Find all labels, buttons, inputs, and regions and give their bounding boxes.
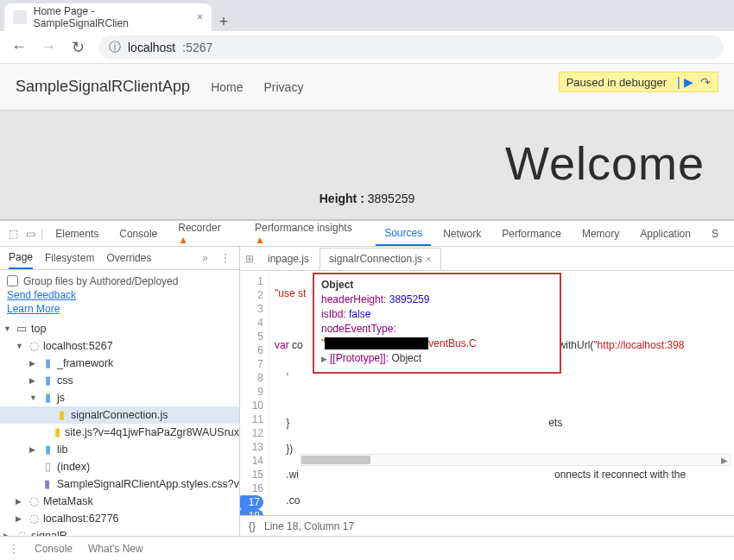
app-navbar: SampleSignalRClientApp Home Privacy Paus… bbox=[0, 64, 734, 110]
tree-host2[interactable]: ▶◌localhost:62776 bbox=[0, 510, 239, 527]
pretty-print-icon[interactable]: {} bbox=[249, 520, 256, 532]
height-line: Height : 3895259 bbox=[320, 192, 415, 205]
file-tab-signalr[interactable]: signalrConnection.js× bbox=[320, 248, 441, 270]
tab-sources[interactable]: Sources bbox=[376, 222, 431, 246]
tab-security[interactable]: S bbox=[703, 223, 727, 245]
tab-performance[interactable]: Performance bbox=[493, 223, 570, 245]
reload-button[interactable]: ↻ bbox=[69, 38, 86, 57]
paused-in-debugger-badge: Paused in debugger ❘▶ ↷ bbox=[559, 72, 718, 92]
tab-recorder[interactable]: Recorder ▲ bbox=[169, 217, 243, 251]
tab-perf-insights[interactable]: Performance insights ▲ bbox=[246, 217, 372, 251]
devtools-tabs: ⬚ ▭ | Elements Console Recorder ▲ Perfor… bbox=[0, 221, 734, 247]
line-gutter[interactable]: 12345678910111213141516 17 18 192021 bbox=[240, 271, 269, 515]
tree-css[interactable]: ▶▮css bbox=[0, 372, 239, 389]
breakpoint-17[interactable]: 17 bbox=[240, 495, 263, 509]
source-file-tabs: ⊞ inpage.js signalrConnection.js× bbox=[240, 247, 734, 271]
nav-home[interactable]: Home bbox=[211, 80, 243, 94]
tree-top[interactable]: ▼▭top bbox=[0, 320, 239, 337]
back-button[interactable]: ← bbox=[10, 38, 28, 56]
badge-text: Paused in debugger bbox=[566, 76, 667, 89]
tab-memory[interactable]: Memory bbox=[573, 223, 628, 245]
file-tree: ▼▭top ▼◌localhost:5267 ▶▮_framework ▶▮cs… bbox=[0, 317, 239, 536]
tree-signalr-js[interactable]: ▮signalrConnection.js bbox=[0, 406, 239, 424]
devtools-panel: ⬚ ▭ | Elements Console Recorder ▲ Perfor… bbox=[0, 219, 734, 560]
file-list-icon[interactable]: ⊞ bbox=[245, 253, 257, 265]
navigator-options: Group files by Authored/Deployed Send fe… bbox=[0, 270, 239, 317]
sources-navigator: Page Filesystem Overrides » ⋮ Group file… bbox=[0, 247, 240, 536]
tree-site-js[interactable]: ▮site.js?v=4q1jwFhaPaZgr8WAUSrux bbox=[0, 424, 239, 441]
tree-js[interactable]: ▼▮js bbox=[0, 389, 239, 406]
file-tab-inpage[interactable]: inpage.js bbox=[259, 249, 318, 269]
new-tab-button[interactable]: + bbox=[212, 13, 236, 31]
height-label: Height : bbox=[320, 192, 364, 205]
scroll-right-icon[interactable]: ▶ bbox=[721, 456, 728, 465]
nav-kebab-icon[interactable]: ⋮ bbox=[220, 252, 231, 264]
group-files-checkbox[interactable]: Group files by Authored/Deployed bbox=[7, 275, 232, 287]
nav-privacy[interactable]: Privacy bbox=[263, 80, 303, 94]
browser-toolbar: ← → ↻ ⓘ localhost:5267 bbox=[0, 31, 734, 64]
tree-index[interactable]: ▯(index) bbox=[0, 458, 239, 475]
tab-console[interactable]: Console bbox=[111, 223, 166, 245]
scroll-thumb[interactable] bbox=[301, 456, 370, 464]
nav-more[interactable]: » bbox=[202, 252, 208, 264]
favicon bbox=[13, 10, 27, 24]
breakpoint-18[interactable]: 18 bbox=[240, 509, 263, 515]
welcome-heading: Welcome bbox=[505, 136, 705, 190]
source-body[interactable]: 12345678910111213141516 17 18 192021 "us… bbox=[240, 271, 734, 515]
browser-tabstrip: Home Page - SampleSignalRClien × + bbox=[0, 0, 734, 31]
step-over-button[interactable]: ↷ bbox=[700, 75, 711, 89]
url-port: :5267 bbox=[182, 41, 212, 54]
forward-button[interactable]: → bbox=[40, 38, 57, 56]
tree-metamask[interactable]: ▶◌MetaMask bbox=[0, 493, 239, 510]
group-files-input[interactable] bbox=[7, 275, 18, 286]
tab-application[interactable]: Application bbox=[631, 223, 699, 245]
tree-framework[interactable]: ▶▮_framework bbox=[0, 355, 239, 372]
page-body: Welcome Height : 3895259 bbox=[0, 110, 734, 219]
device-toggle-icon[interactable]: ▭ bbox=[24, 228, 38, 240]
navigator-tabs: Page Filesystem Overrides » ⋮ bbox=[0, 247, 239, 270]
drawer-console-tab[interactable]: Console bbox=[35, 543, 73, 555]
browser-tab[interactable]: Home Page - SampleSignalRClien × bbox=[4, 3, 212, 31]
tab-close-icon[interactable]: × bbox=[197, 11, 203, 23]
url-host: localhost bbox=[128, 41, 175, 54]
site-info-icon[interactable]: ⓘ bbox=[109, 40, 121, 55]
tab-title: Home Page - SampleSignalRClien bbox=[34, 5, 190, 29]
brand[interactable]: SampleSignalRClientApp bbox=[16, 78, 190, 96]
send-feedback-link[interactable]: Send feedback bbox=[7, 289, 232, 301]
source-statusbar: {} Line 18, Column 17 bbox=[240, 515, 734, 536]
tree-signalr-scope[interactable]: ▶◌signalR bbox=[0, 527, 239, 536]
devtools-drawer: ⋮ Console What's New bbox=[0, 536, 734, 560]
cursor-position: Line 18, Column 17 bbox=[264, 520, 354, 532]
inspect-icon[interactable]: ⬚ bbox=[7, 228, 21, 240]
tree-host[interactable]: ▼◌localhost:5267 bbox=[0, 337, 239, 355]
horizontal-scrollbar[interactable]: ◀ ▶ bbox=[301, 454, 731, 466]
address-bar[interactable]: ⓘ localhost:5267 bbox=[98, 35, 724, 60]
object-inspect-tooltip[interactable]: Object headerHeight: 3895259 isIbd: fals… bbox=[313, 273, 561, 374]
page-viewport: SampleSignalRClientApp Home Privacy Paus… bbox=[0, 64, 734, 219]
tab-network[interactable]: Network bbox=[434, 223, 490, 245]
close-file-icon[interactable]: × bbox=[426, 254, 431, 264]
tree-lib[interactable]: ▶▮lib bbox=[0, 441, 239, 458]
drawer-whatsnew-tab[interactable]: What's New bbox=[88, 543, 143, 555]
learn-more-link[interactable]: Learn More bbox=[7, 303, 232, 315]
nav-tab-page[interactable]: Page bbox=[9, 251, 33, 269]
nav-tab-overrides[interactable]: Overrides bbox=[106, 252, 151, 264]
tree-styles[interactable]: ▮SampleSignalRClientApp.styles.css?v bbox=[0, 475, 239, 493]
resume-script-button[interactable]: ❘▶ bbox=[674, 75, 693, 89]
source-editor: ⊞ inpage.js signalrConnection.js× 123456… bbox=[240, 247, 734, 536]
height-value: 3895259 bbox=[368, 192, 415, 205]
nav-tab-filesystem[interactable]: Filesystem bbox=[45, 252, 94, 264]
tab-elements[interactable]: Elements bbox=[47, 223, 107, 245]
drawer-kebab-icon[interactable]: ⋮ bbox=[9, 543, 19, 555]
